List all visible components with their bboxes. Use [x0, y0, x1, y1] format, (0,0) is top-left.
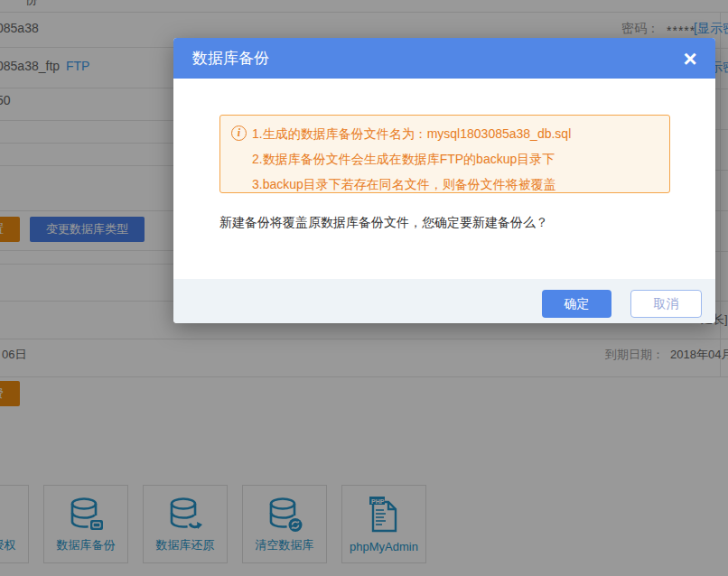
dialog-title: 数据库备份 — [192, 48, 269, 69]
close-icon[interactable]: × — [677, 47, 703, 70]
notice-line-3: 3.backup目录下若存在同名文件，则备份文件将被覆盖 — [252, 172, 571, 197]
database-backup-dialog: 数据库备份 × i 1.生成的数据库备份文件名为：mysql1803085a38… — [173, 38, 715, 323]
confirm-message: 新建备份将覆盖原数据库备份文件，您确定要新建备份么？ — [219, 215, 548, 231]
notice-box: i 1.生成的数据库备份文件名为：mysql1803085a38_db.sql … — [219, 115, 670, 193]
notice-line-1: 1.生成的数据库备份文件名为：mysql1803085a38_db.sql — [252, 121, 571, 146]
ok-button[interactable]: 确定 — [542, 290, 611, 318]
dialog-header: 数据库备份 × — [173, 38, 715, 79]
notice-line-2: 2.数据库备份文件会生成在数据库FTP的backup目录下 — [252, 146, 571, 172]
dialog-footer: 确定 取消 — [173, 279, 715, 323]
info-icon: i — [231, 125, 247, 141]
app-window: 份 085a38 密码： ***** [显示密码] 085a38_ftp FTP… — [0, 0, 728, 576]
cancel-button[interactable]: 取消 — [630, 290, 702, 318]
notice-lines: 1.生成的数据库备份文件名为：mysql1803085a38_db.sql 2.… — [252, 121, 571, 197]
